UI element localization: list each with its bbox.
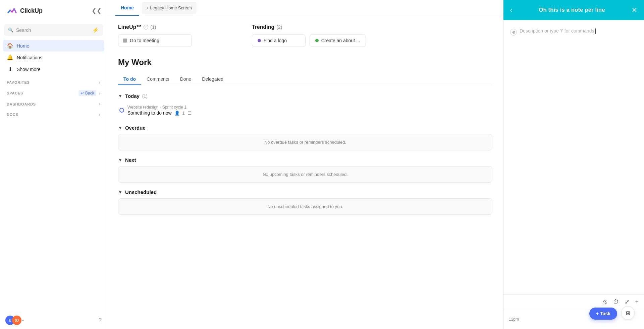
lineup-title: LineUp™ i (1) xyxy=(118,24,238,30)
avatar-caret[interactable]: ▾ xyxy=(22,319,24,322)
docs-label: DOCS xyxy=(7,113,18,117)
note-description-placeholder: Description or type '/' for commands xyxy=(520,28,594,34)
trending-cards: Find a logo Create an about ... xyxy=(252,34,492,47)
sidebar-item-show-more[interactable]: ⬇ Show more xyxy=(3,63,104,75)
dashboards-arrow: › xyxy=(99,102,100,107)
today-collapse-arrow: ▼ xyxy=(118,93,122,98)
spaces-label: SPACES xyxy=(7,91,23,95)
task-breadcrumb: Website redesign › Sprint cycle 1 xyxy=(127,105,192,110)
lineup-info-icon[interactable]: i xyxy=(144,25,148,29)
overdue-empty: No overdue tasks or reminders scheduled. xyxy=(118,134,492,150)
search-input[interactable]: Search xyxy=(16,27,92,33)
my-work-title: My Work xyxy=(118,58,492,67)
help-button[interactable]: ? xyxy=(99,317,102,323)
top-widgets: LineUp™ i (1) Go to meeting Trending (2) xyxy=(118,24,492,47)
apps-fab[interactable]: ⊞ xyxy=(621,306,635,320)
overdue-header[interactable]: ▼ Overdue xyxy=(118,125,492,131)
sidebar-section-docs[interactable]: DOCS › xyxy=(0,109,107,119)
trending-card-0[interactable]: Find a logo xyxy=(252,34,306,47)
unscheduled-collapse-arrow: ▼ xyxy=(118,190,122,195)
sidebar-header: ClickUp ❮❮ xyxy=(0,0,107,21)
sidebar-item-show-more-label: Show more xyxy=(17,67,41,72)
clickup-logo-icon xyxy=(7,5,17,16)
trending-count: (2) xyxy=(276,24,282,30)
trending-card-1[interactable]: Create an about ... xyxy=(310,34,366,47)
work-tab-comments[interactable]: Comments xyxy=(141,74,175,85)
note-description-input[interactable]: Description or type '/' for commands xyxy=(520,28,637,34)
task-assignee-count: 1 xyxy=(182,111,185,116)
work-tab-todo[interactable]: To do xyxy=(118,74,141,85)
work-tab-done[interactable]: Done xyxy=(175,74,197,85)
today-section: ▼ Today (1) Website redesign › Sprint cy… xyxy=(118,93,492,118)
lineup-count: (1) xyxy=(150,24,156,30)
note-desc-icon: ⊘ xyxy=(510,29,517,36)
breadcrumb-part-1: Website redesign xyxy=(127,105,159,110)
sidebar-section-spaces[interactable]: SPACES ↩ Back › xyxy=(0,87,107,98)
main-content: Home ‹ Legacy Home Screen LineUp™ i (1) … xyxy=(107,0,503,329)
collapse-button[interactable]: ❮❮ xyxy=(92,7,102,14)
docs-arrow: › xyxy=(99,112,100,117)
time-label: 12pm xyxy=(509,317,519,322)
my-work-section: My Work To do Comments Done Delegated ▼ … xyxy=(118,58,492,215)
search-bar[interactable]: 🔍 Search ⚡ xyxy=(4,24,103,36)
overdue-collapse-arrow: ▼ xyxy=(118,125,122,130)
logo-area: ClickUp xyxy=(7,5,43,16)
sidebar-item-notifications-label: Notifications xyxy=(17,55,42,60)
today-count: (1) xyxy=(142,93,148,98)
today-label: Today xyxy=(125,93,140,99)
home-icon: 🏠 xyxy=(7,43,13,49)
sidebar-item-home[interactable]: 🏠 Home xyxy=(3,40,104,52)
text-cursor xyxy=(595,28,596,34)
trending-dot-green xyxy=(315,39,319,42)
legacy-arrow-icon: ‹ xyxy=(147,5,148,10)
chevron-down-icon: ⬇ xyxy=(7,66,13,72)
tab-home[interactable]: Home xyxy=(115,0,139,16)
work-tabs: To do Comments Done Delegated xyxy=(118,74,492,85)
work-tab-delegated[interactable]: Delegated xyxy=(197,74,229,85)
today-header[interactable]: ▼ Today (1) xyxy=(118,93,492,99)
next-label: Next xyxy=(125,157,136,163)
lineup-card-icon xyxy=(123,39,127,43)
note-close-button[interactable]: ✕ xyxy=(630,5,639,15)
sidebar-section-favorites[interactable]: FAVORITES › xyxy=(0,76,107,87)
task-item: Website redesign › Sprint cycle 1 Someth… xyxy=(118,102,492,118)
lineup-card[interactable]: Go to meeting xyxy=(118,34,192,47)
unscheduled-empty: No unscheduled tasks assigned to you. xyxy=(118,198,492,215)
favorites-label: FAVORITES xyxy=(7,80,30,84)
unscheduled-section: ▼ Unscheduled No unscheduled tasks assig… xyxy=(118,189,492,215)
content-area: LineUp™ i (1) Go to meeting Trending (2) xyxy=(107,16,503,329)
favorites-arrow: › xyxy=(99,80,100,85)
avatar-group: U SJ ▾ xyxy=(5,316,24,325)
trending-title-text: Trending xyxy=(252,24,275,30)
add-icon[interactable]: + xyxy=(635,299,639,306)
apps-icon: ⊞ xyxy=(626,310,630,316)
task-menu-icon[interactable]: ☰ xyxy=(187,111,192,116)
clock-icon[interactable]: ⏱ xyxy=(613,299,619,306)
lightning-icon: ⚡ xyxy=(92,27,99,33)
spaces-back-button[interactable]: ↩ Back xyxy=(78,90,96,96)
print-icon[interactable]: 🖨 xyxy=(602,299,608,306)
sidebar-section-dashboards[interactable]: DASHBOARDS › xyxy=(0,98,107,109)
tab-legacy-home[interactable]: ‹ Legacy Home Screen xyxy=(142,2,197,14)
trending-dot-purple xyxy=(258,39,261,42)
top-tabs: Home ‹ Legacy Home Screen xyxy=(107,0,503,16)
next-header[interactable]: ▼ Next xyxy=(118,157,492,163)
trending-section: Trending (2) Find a logo Create an about… xyxy=(252,24,492,47)
next-section: ▼ Next No upcoming tasks or reminders sc… xyxy=(118,157,492,183)
overdue-section: ▼ Overdue No overdue tasks or reminders … xyxy=(118,125,492,150)
note-title: Oh this is a note per line xyxy=(518,7,626,13)
note-prev-arrow[interactable]: ‹ xyxy=(509,5,514,15)
note-description-area: ⊘ Description or type '/' for commands xyxy=(509,25,639,38)
unscheduled-header[interactable]: ▼ Unscheduled xyxy=(118,189,492,195)
expand-icon[interactable]: ⤢ xyxy=(625,298,630,306)
overdue-label: Overdue xyxy=(125,125,146,131)
trending-card-1-text: Create an about ... xyxy=(321,38,360,43)
next-empty: No upcoming tasks or reminders scheduled… xyxy=(118,166,492,183)
sidebar: ClickUp ❮❮ 🔍 Search ⚡ 🏠 Home 🔔 Notificat… xyxy=(0,0,107,329)
task-checkbox[interactable] xyxy=(119,108,124,113)
add-task-fab[interactable]: + Task xyxy=(589,308,617,320)
trending-card-0-text: Find a logo xyxy=(264,38,287,43)
breadcrumb-arrow: › xyxy=(160,106,161,109)
task-assignee-icon: 👤 xyxy=(174,111,180,116)
sidebar-item-notifications[interactable]: 🔔 Notifications xyxy=(3,52,104,63)
